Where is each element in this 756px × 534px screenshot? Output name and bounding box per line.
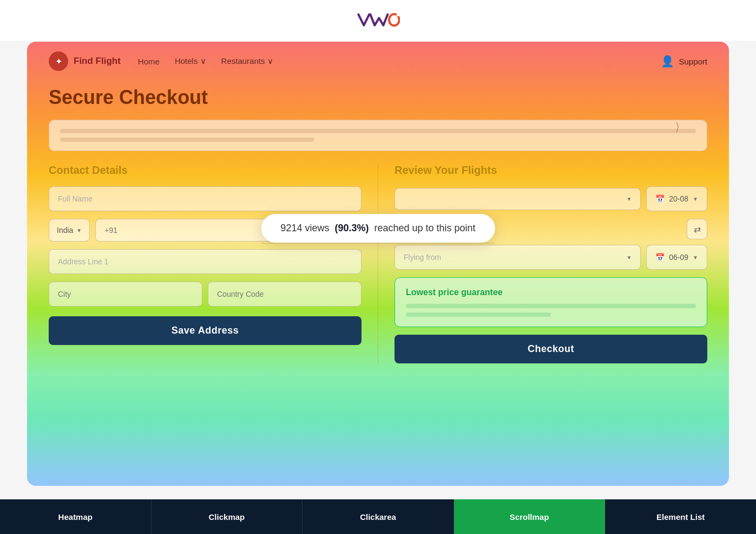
toolbar-clickmap[interactable]: Clickmap — [152, 499, 303, 534]
toolbar-scrollmap[interactable]: Scrollmap — [454, 499, 606, 534]
calendar-icon-1: 📅 — [655, 194, 665, 203]
checkout-button[interactable]: Checkout — [395, 335, 707, 363]
address-input[interactable] — [49, 249, 361, 274]
two-columns: Contact Details India ▼ Save Address Rev… — [27, 164, 729, 363]
city-row — [49, 282, 361, 307]
price-detail-line-2 — [406, 312, 551, 317]
date-value-2: 06-09 — [669, 253, 688, 262]
review-flights-title: Review Your Flights — [395, 164, 707, 177]
tooltip-bubble: 9214 views (90.3%) reached up to this po… — [261, 214, 495, 243]
country-label: India — [57, 226, 73, 235]
flying-from-label: Flying from — [404, 253, 441, 262]
tooltip-suffix: reached up to this point — [374, 223, 475, 233]
price-guarantee-box: Lowest price guarantee — [395, 277, 707, 327]
nav-links: Home Hotels ∨ Restaurants ∨ — [138, 56, 273, 66]
review-flights-section: Review Your Flights ▼ 📅 20-08 ▼ ⇄ — [378, 164, 707, 363]
date-select-1[interactable]: 📅 20-08 ▼ — [646, 186, 707, 211]
full-name-input[interactable] — [49, 186, 361, 211]
calendar-icon-2: 📅 — [655, 253, 665, 262]
brand-icon: ✦ — [49, 51, 68, 71]
save-address-button[interactable]: Save Address — [49, 316, 361, 345]
nav-brand-label: Find Flight — [74, 56, 121, 67]
progress-bar: ⟩ — [49, 120, 707, 151]
price-detail-line-1 — [406, 304, 696, 308]
date-value-1: 20-08 — [669, 194, 688, 203]
country-dropdown[interactable]: India ▼ — [49, 219, 90, 242]
nav-hotels[interactable]: Hotels ∨ — [175, 56, 206, 66]
toolbar-heatmap[interactable]: Heatmap — [0, 499, 152, 534]
progress-line-2 — [60, 138, 314, 142]
price-guarantee-title: Lowest price guarantee — [406, 288, 696, 297]
date-arrow-2: ▼ — [693, 255, 698, 261]
country-code-input[interactable] — [208, 282, 361, 307]
expand-icon[interactable]: ⟩ — [675, 120, 680, 133]
nav-home[interactable]: Home — [138, 57, 160, 66]
flying-from-select[interactable]: Flying from ▼ — [395, 245, 641, 270]
date-select-2[interactable]: 📅 06-09 ▼ — [646, 245, 707, 270]
swap-button[interactable]: ⇄ — [687, 219, 707, 239]
date-arrow-1: ▼ — [693, 196, 698, 202]
svg-line-1 — [397, 14, 399, 16]
flying-from-arrow: ▼ — [626, 255, 632, 261]
support-icon: 👤 — [661, 55, 674, 68]
flight-row-2: Flying from ▼ 📅 06-09 ▼ — [395, 245, 707, 270]
dropdown-arrow: ▼ — [76, 227, 82, 233]
nav-logo[interactable]: ✦ Find Flight — [49, 51, 121, 71]
main-content: ✦ Find Flight Home Hotels ∨ Restaurants … — [27, 42, 729, 486]
navbar: ✦ Find Flight Home Hotels ∨ Restaurants … — [27, 42, 729, 81]
toolbar-clickarea[interactable]: Clickarea — [303, 499, 454, 534]
progress-line-1 — [60, 129, 696, 133]
contact-details-title: Contact Details — [49, 164, 361, 177]
logo-bar — [0, 0, 756, 42]
nav-restaurants[interactable]: Restaurants ∨ — [221, 56, 273, 66]
flight-row-1: ▼ 📅 20-08 ▼ — [395, 186, 707, 211]
tooltip-percent: (90.3%) — [334, 223, 369, 233]
support-label: Support — [679, 57, 707, 66]
toolbar-element-list[interactable]: Element List — [605, 499, 756, 534]
destination-arrow: ▼ — [626, 196, 632, 202]
city-input[interactable] — [49, 282, 202, 307]
destination-select[interactable]: ▼ — [395, 188, 641, 210]
page-title: Secure Checkout — [27, 81, 729, 120]
tooltip-views: 9214 views — [280, 223, 329, 233]
tooltip-line — [261, 243, 495, 244]
vwo-logo — [357, 10, 400, 34]
contact-details-section: Contact Details India ▼ Save Address — [49, 164, 378, 363]
bottom-toolbar: Heatmap Clickmap Clickarea Scrollmap Ele… — [0, 499, 756, 534]
nav-support[interactable]: 👤 Support — [661, 55, 707, 68]
